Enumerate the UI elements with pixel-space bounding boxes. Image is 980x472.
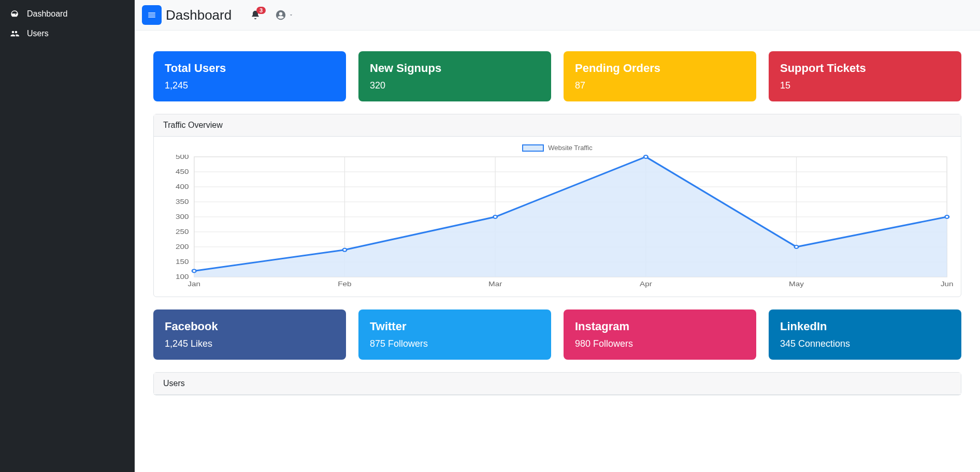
users-panel-title: Users bbox=[154, 373, 961, 395]
stat-value: 1,245 bbox=[165, 80, 335, 91]
stat-cards-row: Total Users 1,245 New Signups 320 Pendin… bbox=[153, 51, 961, 101]
sidebar-item-label: Dashboard bbox=[27, 9, 67, 19]
svg-point-32 bbox=[343, 248, 347, 252]
user-menu-button[interactable] bbox=[275, 9, 294, 21]
social-cards-row: Facebook 1,245 Likes Twitter 875 Followe… bbox=[153, 309, 961, 360]
page-title: Dashboard bbox=[166, 7, 232, 23]
notification-badge: 3 bbox=[256, 7, 266, 14]
social-title: Facebook bbox=[165, 320, 335, 333]
topbar: Dashboard 3 bbox=[135, 0, 980, 31]
gauge-icon bbox=[9, 9, 20, 19]
svg-text:100: 100 bbox=[176, 274, 189, 281]
svg-text:500: 500 bbox=[176, 155, 189, 160]
legend-swatch-icon bbox=[522, 144, 544, 152]
sidebar-item-label: Users bbox=[27, 29, 49, 38]
svg-text:May: May bbox=[789, 281, 804, 288]
social-value: 1,245 Likes bbox=[165, 338, 335, 349]
social-value: 980 Followers bbox=[575, 338, 745, 349]
svg-point-31 bbox=[192, 269, 196, 272]
stat-card-new-signups: New Signups 320 bbox=[358, 51, 551, 101]
svg-text:Apr: Apr bbox=[640, 281, 652, 288]
svg-point-35 bbox=[795, 245, 799, 248]
traffic-panel-title: Traffic Overview bbox=[154, 114, 961, 137]
stat-value: 320 bbox=[370, 80, 540, 91]
stat-value: 87 bbox=[575, 80, 745, 91]
sidebar-item-users[interactable]: Users bbox=[0, 24, 135, 43]
svg-text:300: 300 bbox=[176, 214, 189, 220]
social-title: LinkedIn bbox=[780, 320, 950, 333]
svg-text:400: 400 bbox=[176, 184, 189, 190]
social-value: 875 Followers bbox=[370, 338, 540, 349]
sidebar-nav: Dashboard Users bbox=[0, 0, 135, 48]
user-circle-icon bbox=[275, 9, 286, 21]
social-title: Instagram bbox=[575, 320, 745, 333]
stat-card-total-users: Total Users 1,245 bbox=[153, 51, 346, 101]
stat-card-pending-orders: Pending Orders 87 bbox=[564, 51, 756, 101]
social-card-linkedin: LinkedIn 345 Connections bbox=[769, 309, 961, 360]
stat-title: Support Tickets bbox=[780, 62, 950, 75]
chart-legend: Website Traffic bbox=[161, 144, 954, 152]
svg-point-36 bbox=[945, 215, 949, 218]
traffic-chart: Website Traffic 100150200250300350400450… bbox=[161, 144, 954, 289]
users-panel: Users bbox=[153, 372, 961, 395]
social-value: 345 Connections bbox=[780, 338, 950, 349]
sidebar-toggle-button[interactable] bbox=[142, 5, 162, 25]
stat-value: 15 bbox=[780, 80, 950, 91]
users-icon bbox=[9, 29, 20, 38]
social-title: Twitter bbox=[370, 320, 540, 333]
svg-text:200: 200 bbox=[176, 244, 189, 250]
social-card-instagram: Instagram 980 Followers bbox=[564, 309, 756, 360]
social-card-facebook: Facebook 1,245 Likes bbox=[153, 309, 346, 360]
traffic-panel: Traffic Overview Website Traffic 1001502… bbox=[153, 114, 961, 297]
svg-text:Jun: Jun bbox=[941, 281, 954, 288]
traffic-chart-svg: 100150200250300350400450500JanFebMarAprM… bbox=[161, 155, 954, 289]
stat-title: New Signups bbox=[370, 62, 540, 75]
svg-text:Jan: Jan bbox=[188, 281, 200, 288]
svg-point-33 bbox=[493, 215, 497, 218]
notifications-button[interactable]: 3 bbox=[250, 10, 261, 20]
svg-text:450: 450 bbox=[176, 169, 189, 175]
stat-title: Pending Orders bbox=[575, 62, 745, 75]
svg-text:350: 350 bbox=[176, 199, 189, 205]
bars-icon bbox=[147, 10, 156, 20]
stat-title: Total Users bbox=[165, 62, 335, 75]
legend-label: Website Traffic bbox=[548, 144, 593, 152]
svg-text:150: 150 bbox=[176, 259, 189, 266]
svg-text:Mar: Mar bbox=[488, 281, 502, 288]
sidebar: Dashboard Users bbox=[0, 0, 135, 472]
stat-card-support-tickets: Support Tickets 15 bbox=[769, 51, 961, 101]
svg-text:250: 250 bbox=[176, 229, 189, 235]
svg-text:Feb: Feb bbox=[338, 281, 352, 288]
social-card-twitter: Twitter 875 Followers bbox=[358, 309, 551, 360]
caret-down-icon bbox=[289, 12, 294, 18]
svg-point-34 bbox=[644, 155, 648, 158]
sidebar-item-dashboard[interactable]: Dashboard bbox=[0, 4, 135, 24]
